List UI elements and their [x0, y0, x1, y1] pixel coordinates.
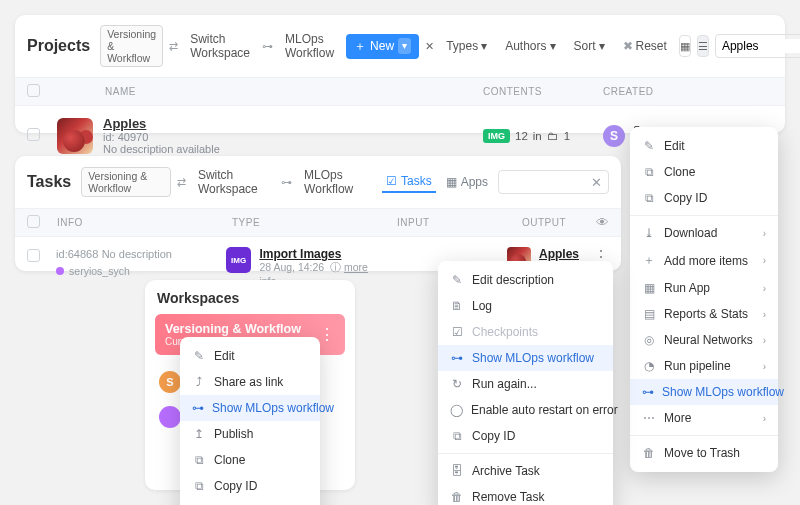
projects-table-header: NAME CONTENTS CREATED [15, 77, 785, 106]
menu-archive[interactable]: 🗄Archive Task [438, 458, 613, 484]
search-input[interactable] [722, 39, 800, 53]
select-all-checkbox[interactable] [27, 215, 40, 228]
col-type: TYPE [232, 217, 397, 228]
tab-apps[interactable]: ▦Apps [442, 172, 492, 192]
new-button[interactable]: ＋New▾ [346, 34, 419, 59]
col-created: CREATED [603, 86, 773, 97]
menu-show-mlops[interactable]: ⊶Show MLOps workflow [438, 345, 613, 371]
visibility-toggle-icon[interactable]: 👁 [596, 215, 610, 230]
project-id: id: 40970 [103, 131, 483, 143]
col-input: INPUT [397, 217, 522, 228]
mlops-workflow-link[interactable]: MLOps Workflow [298, 164, 376, 200]
tasks-search[interactable]: ✕ [498, 170, 609, 194]
menu-download[interactable]: ⤓Download› [630, 220, 778, 246]
row-checkbox[interactable] [27, 249, 40, 262]
copy-icon: ⧉ [192, 453, 206, 467]
menu-run-again[interactable]: ↻Run again... [438, 371, 613, 397]
tab-tasks[interactable]: ☑Tasks [382, 171, 436, 193]
pipeline-icon: ◔ [642, 359, 656, 373]
menu-edit-description[interactable]: ✎Edit description [438, 267, 613, 293]
menu-log[interactable]: 🗎Log [438, 293, 613, 319]
menu-run-app[interactable]: ▦Run App› [630, 275, 778, 301]
tasks-panel: Tasks Versioning & Workflow ⇄ Switch Wor… [15, 156, 621, 271]
project-name[interactable]: Apples [103, 116, 483, 131]
workflow-icon: ⊶ [262, 40, 273, 53]
clear-search-icon[interactable]: ✕ [591, 175, 602, 190]
menu-show-mlops[interactable]: ⊶Show MLOps workflow [630, 379, 778, 405]
workspace-context-menu: ✎Edit ⤴Share as link ⊶Show MLOps workflo… [180, 337, 320, 505]
menu-trash[interactable]: 🗑Move to Trash [630, 440, 778, 466]
workflow-icon: ⊶ [192, 401, 204, 415]
creator-avatar: S [603, 125, 625, 147]
menu-trash[interactable]: 🗑Move to Trash [180, 499, 320, 505]
info-icon: ⓘ [330, 261, 341, 273]
checkbox-icon: ☑ [450, 325, 464, 339]
plus-icon: ＋ [642, 252, 656, 269]
apps-icon: ▦ [446, 175, 457, 189]
task-type-name[interactable]: Import Images [259, 247, 385, 261]
menu-auto-restart[interactable]: ◯Enable auto restart on error [438, 397, 613, 423]
col-contents: CONTENTS [483, 86, 603, 97]
copy-icon: ⧉ [642, 165, 656, 179]
output-name[interactable]: Apples [539, 247, 579, 261]
workspace-avatar [159, 406, 181, 428]
menu-reports[interactable]: ▤Reports & Stats› [630, 301, 778, 327]
tasks-title: Tasks [27, 173, 71, 191]
select-all-checkbox[interactable] [27, 84, 40, 97]
tasks-search-input[interactable] [505, 175, 585, 189]
pencil-icon: ✎ [192, 349, 206, 363]
reload-icon: ↻ [450, 377, 464, 391]
stop-icon: ◯ [450, 403, 463, 417]
menu-remove[interactable]: 🗑Remove Task [438, 484, 613, 505]
mlops-workflow-link[interactable]: MLOps Workflow [279, 28, 340, 64]
img-badge: IMG [483, 129, 510, 143]
swap-icon: ⇄ [177, 176, 186, 189]
menu-clone[interactable]: ⧉Clone [180, 447, 320, 473]
trash-icon: 🗑 [642, 446, 656, 460]
tasks-workspace-badge[interactable]: Versioning & Workflow [81, 167, 171, 197]
menu-more[interactable]: ⋯More› [630, 405, 778, 431]
col-output: OUTPUT [522, 217, 596, 228]
app-icon: ▦ [642, 281, 656, 295]
menu-publish[interactable]: ↥Publish [180, 421, 320, 447]
sort-filter[interactable]: Sort▾ [568, 35, 611, 57]
workspaces-title: Workspaces [145, 280, 355, 314]
row-checkbox[interactable] [27, 128, 40, 141]
menu-copy-id[interactable]: ⧉Copy ID [630, 185, 778, 211]
workspace-badge[interactable]: Versioning & Workflow [100, 25, 163, 67]
project-desc: No description available [103, 143, 483, 155]
swap-icon: ⇄ [169, 40, 178, 53]
menu-show-mlops[interactable]: ⊶Show MLOps workflow [180, 395, 320, 421]
task-user: seryios_sych [69, 265, 130, 277]
grid-view-icon[interactable]: ▦ [679, 35, 691, 57]
switch-workspace-link[interactable]: Switch Workspace [184, 28, 256, 64]
folder-icon: 🗀 [547, 130, 559, 142]
menu-share-link[interactable]: ⤴Share as link [180, 369, 320, 395]
tasks-icon: ☑ [386, 174, 397, 188]
trash-icon: 🗑 [450, 490, 464, 504]
menu-checkpoints: ☑Checkpoints [438, 319, 613, 345]
task-date: 28 Aug, 14:26 [259, 261, 324, 273]
menu-edit[interactable]: ✎Edit [630, 133, 778, 159]
list-view-icon[interactable]: ☰ [697, 35, 709, 57]
types-filter[interactable]: Types▾ [440, 35, 493, 57]
pencil-icon: ✎ [450, 273, 464, 287]
copy-id-icon: ⧉ [450, 429, 464, 443]
menu-run-pipeline[interactable]: ◔Run pipeline› [630, 353, 778, 379]
menu-copy-id[interactable]: ⧉Copy ID [438, 423, 613, 449]
projects-panel: Projects Versioning & Workflow ⇄ Switch … [15, 15, 785, 133]
reset-filter[interactable]: ✖Reset [617, 35, 673, 57]
menu-edit[interactable]: ✎Edit [180, 343, 320, 369]
task-context-menu: ✎Edit description 🗎Log ☑Checkpoints ⊶Sho… [438, 261, 613, 505]
authors-filter[interactable]: Authors▾ [499, 35, 561, 57]
projects-search[interactable]: ✕ [715, 34, 800, 58]
menu-copy-id[interactable]: ⧉Copy ID [180, 473, 320, 499]
menu-clone[interactable]: ⧉Clone [630, 159, 778, 185]
menu-nn[interactable]: ◎Neural Networks› [630, 327, 778, 353]
switch-workspace-link[interactable]: Switch Workspace [192, 164, 275, 200]
workspace-actions-kebab[interactable]: ⋮ [319, 325, 335, 344]
col-info: INFO [57, 217, 232, 228]
close-filter-icon[interactable]: ✕ [425, 35, 434, 57]
nn-icon: ◎ [642, 333, 656, 347]
menu-add-more[interactable]: ＋Add more items› [630, 246, 778, 275]
